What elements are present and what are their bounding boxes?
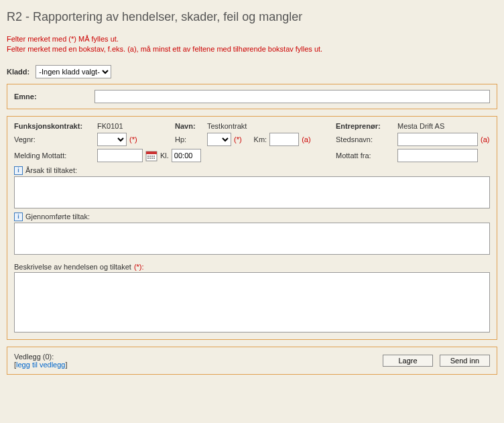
vedlegg-panel: Vedlegg (0): [legg til vedlegg] Lagre Se… <box>7 347 497 375</box>
stedsnavn-input[interactable] <box>397 133 478 146</box>
lagre-button[interactable]: Lagre <box>383 355 433 367</box>
note-line1: Felter merket med (*) MÅ fylles ut. <box>7 35 119 43</box>
funksjon-value: FK0101 <box>97 122 123 130</box>
arsak-textarea[interactable] <box>14 176 490 208</box>
gjennom-textarea[interactable] <box>14 223 490 255</box>
svg-rect-9 <box>153 158 155 159</box>
mottatt-fra-input[interactable] <box>397 149 478 162</box>
calendar-icon[interactable] <box>145 149 158 162</box>
emne-panel: Emne: <box>7 84 497 109</box>
beskriv-req: (*): <box>134 263 144 271</box>
kladd-label: Kladd: <box>7 68 29 76</box>
vegnr-req: (*) <box>129 135 137 143</box>
svg-rect-6 <box>147 158 149 159</box>
km-input[interactable] <box>269 133 299 146</box>
svg-rect-5 <box>153 156 155 157</box>
required-notes: Felter merket med (*) MÅ fylles ut. Felt… <box>7 34 497 55</box>
vegnr-label: Vegnr: <box>14 135 94 143</box>
emne-label: Emne: <box>14 93 88 101</box>
funksjon-label: Funksjonskontrakt: <box>14 122 94 130</box>
svg-rect-4 <box>151 156 153 157</box>
svg-rect-8 <box>151 158 153 159</box>
navn-label: Navn: <box>175 122 204 130</box>
note-line2: Felter merket med en bokstav, f.eks. (a)… <box>7 45 322 53</box>
vedlegg-label: Vedlegg (0): <box>14 353 54 361</box>
hp-req: (*) <box>234 135 242 143</box>
info-icon[interactable]: i <box>14 213 23 221</box>
km-label: Km: <box>254 135 267 143</box>
info-icon[interactable]: i <box>14 166 23 175</box>
vedlegg-link[interactable]: legg til vedlegg <box>16 361 65 369</box>
send-inn-button[interactable]: Send inn <box>440 355 490 367</box>
beskriv-label: Beskrivelse av hendelsen og tiltaket <box>14 263 131 271</box>
hp-label: Hp: <box>175 135 204 143</box>
hp-select[interactable] <box>207 133 231 146</box>
svg-rect-7 <box>149 158 151 159</box>
main-panel: Funksjonskontrakt: FK0101 Navn: Testkont… <box>7 116 497 340</box>
vegnr-select[interactable] <box>97 133 127 146</box>
page-title: R2 - Rapportering av hendelser, skader, … <box>7 10 497 24</box>
beskriv-textarea[interactable] <box>14 272 490 333</box>
gjennom-label: Gjennomførte tiltak: <box>25 213 90 221</box>
mottatt-date-input[interactable] <box>97 149 143 162</box>
svg-rect-3 <box>149 156 151 157</box>
kl-input[interactable] <box>172 149 201 162</box>
svg-rect-2 <box>147 156 149 157</box>
mottatt-fra-label: Mottatt fra: <box>336 152 395 160</box>
km-req: (a) <box>302 135 310 143</box>
navn-value: Testkontrakt <box>207 122 247 130</box>
entre-label: Entreprenør: <box>336 122 395 130</box>
emne-input[interactable] <box>94 90 490 103</box>
kladd-select[interactable]: -Ingen kladd valgt- <box>36 65 111 78</box>
stedsnavn-req: (a) <box>481 135 489 143</box>
stedsnavn-label: Stedsnavn: <box>336 135 395 143</box>
svg-rect-1 <box>146 152 157 154</box>
kl-label: Kl. <box>160 152 169 160</box>
arsak-label: Årsak til tiltaket: <box>25 166 77 174</box>
entre-value: Mesta Drift AS <box>397 122 444 130</box>
mottatt-label: Melding Mottatt: <box>14 152 94 160</box>
